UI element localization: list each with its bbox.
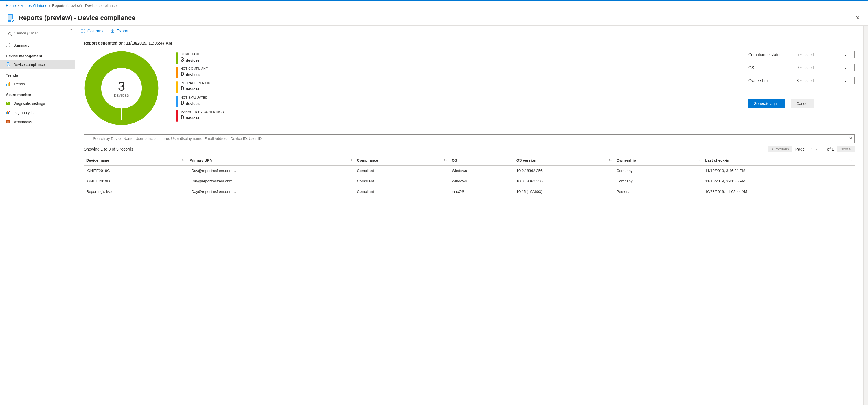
diagnostic-icon — [6, 101, 10, 105]
svg-rect-15 — [6, 111, 7, 114]
filter-label-ownership: Ownership — [748, 78, 789, 83]
select-value: 5 selected — [797, 52, 814, 57]
os-select[interactable]: 9 selected ⌄ — [794, 64, 855, 71]
sidebar-label: Log analytics — [13, 110, 35, 115]
vertical-scrollbar[interactable] — [863, 26, 868, 405]
cell-checkin: 11/10/2019, 3:46:31 PM — [703, 166, 855, 176]
legend-unit: devices — [186, 73, 199, 77]
breadcrumb-home[interactable]: Home — [6, 3, 16, 8]
sidebar-item-trends[interactable]: Trends — [0, 79, 75, 89]
cell-checkin: 11/10/2019, 3:41:35 PM — [703, 176, 855, 187]
generate-again-button[interactable]: Generate again — [748, 99, 785, 108]
sidebar-item-summary[interactable]: Summary — [0, 40, 75, 50]
cell-upn: LDay@reportmsftem.onm… — [187, 187, 354, 197]
chevron-down-icon: ⌄ — [844, 53, 847, 56]
svg-rect-12 — [8, 83, 9, 86]
previous-page-button[interactable]: < Previous — [768, 146, 793, 153]
columns-button[interactable]: Columns — [81, 29, 103, 33]
sort-icon[interactable]: ↑↓ — [349, 158, 352, 162]
sort-icon[interactable]: ↑↓ — [444, 158, 447, 162]
sidebar-label: Workbooks — [13, 120, 32, 124]
col-os-version[interactable]: OS version↑↓ — [514, 155, 614, 166]
page-select[interactable]: 1 ⌄ — [808, 146, 824, 153]
sort-icon[interactable]: ↑↓ — [849, 158, 852, 162]
svg-point-3 — [8, 32, 11, 35]
col-last-checkin[interactable]: Last check-in↑↓ — [703, 155, 855, 166]
device-compliance-icon — [6, 13, 15, 23]
legend-unit: devices — [186, 58, 199, 62]
table-search-input[interactable] — [84, 134, 855, 143]
table-row[interactable]: IGNITE2019CLDay@reportmsftem.onm…Complia… — [84, 166, 855, 176]
cell-os: Windows — [450, 176, 514, 187]
export-button[interactable]: Export — [110, 29, 128, 33]
cell-ownership: Personal — [614, 187, 703, 197]
legend-count: 0 — [181, 70, 184, 78]
cell-compliance: Compliant — [355, 166, 450, 176]
legend-count: 0 — [181, 99, 184, 107]
sidebar-search-input[interactable] — [6, 29, 69, 37]
legend-count: 0 — [181, 113, 184, 121]
legend-not-compliant: NOT COMPLIANT 0devices — [177, 67, 224, 78]
workbook-icon — [6, 120, 10, 124]
col-device-name[interactable]: Device name↑↓ — [84, 155, 187, 166]
legend-unit: devices — [186, 116, 199, 120]
legend-compliant: COMPLIANT 3devices — [177, 52, 224, 64]
columns-icon — [81, 29, 86, 33]
ownership-select[interactable]: 3 selected ⌄ — [794, 77, 855, 85]
svg-rect-9 — [7, 63, 9, 66]
sidebar-label: Trends — [13, 82, 25, 86]
sort-icon[interactable]: ↑↓ — [181, 158, 185, 162]
page-number: 1 — [811, 147, 813, 151]
main-content: Columns Export Report generated on: 11/1… — [75, 26, 863, 405]
filter-panel: Compliance status 5 selected ⌄ OS 9 sele… — [748, 50, 855, 108]
legend-label: NOT COMPLIANT — [181, 67, 208, 70]
sidebar-item-device-compliance[interactable]: Device compliance — [0, 60, 75, 69]
cell-device: IGNITE2019D — [84, 176, 187, 187]
table-row[interactable]: IGNITE2019DLDay@reportmsftem.onm…Complia… — [84, 176, 855, 187]
clear-search-button[interactable]: ✕ — [849, 136, 852, 140]
next-page-button[interactable]: Next > — [837, 146, 855, 153]
chart-legend: COMPLIANT 3devices NOT COMPLIANT 0device… — [177, 50, 224, 122]
cell-os: Windows — [450, 166, 514, 176]
legend-label: COMPLIANT — [181, 52, 200, 56]
legend-count: 0 — [181, 85, 184, 92]
page-label: Page — [795, 147, 805, 151]
cell-checkin: 10/28/2019, 11:02:44 AM — [703, 187, 855, 197]
table-row[interactable]: Reporting's MacLDay@reportmsftem.onm…Com… — [84, 187, 855, 197]
sort-icon[interactable]: ↑↓ — [609, 158, 612, 162]
close-button[interactable]: ✕ — [853, 13, 862, 22]
cell-os: macOS — [450, 187, 514, 197]
sidebar-item-log-analytics[interactable]: Log analytics — [0, 108, 75, 117]
cancel-button[interactable]: Cancel — [791, 99, 814, 108]
col-os[interactable]: OS — [450, 155, 514, 166]
collapse-sidebar-button[interactable]: « — [70, 27, 73, 32]
sort-icon[interactable]: ↑↓ — [697, 158, 701, 162]
sidebar-section-azure-monitor: Azure monitor — [0, 89, 75, 99]
sidebar-item-diagnostic-settings[interactable]: Diagnostic settings — [0, 99, 75, 108]
sidebar-label: Summary — [13, 43, 30, 47]
legend-configmgr: MANAGED BY CONFIGMGR 0devices — [177, 110, 224, 122]
report-timestamp: Report generated on: 11/18/2019, 11:06:4… — [84, 41, 855, 45]
breadcrumb-current: Reports (preview) - Device compliance — [52, 3, 117, 8]
cell-compliance: Compliant — [355, 176, 450, 187]
svg-rect-11 — [6, 84, 7, 86]
col-compliance[interactable]: Compliance↑↓ — [355, 155, 450, 166]
compliance-donut-chart: 3 DEVICES — [84, 50, 159, 126]
download-icon — [110, 29, 115, 33]
select-value: 9 selected — [797, 65, 814, 70]
col-primary-upn[interactable]: Primary UPN↑↓ — [187, 155, 354, 166]
chevron-down-icon: ⌄ — [815, 147, 818, 150]
chevron-down-icon: ⌄ — [844, 79, 847, 82]
sidebar-item-workbooks[interactable]: Workbooks — [0, 117, 75, 126]
cell-ownership: Company — [614, 166, 703, 176]
col-ownership[interactable]: Ownership↑↓ — [614, 155, 703, 166]
cell-device: IGNITE2019C — [84, 166, 187, 176]
legend-color-bar — [177, 52, 178, 64]
breadcrumb-intune[interactable]: Microsoft Intune — [21, 3, 48, 8]
cell-compliance: Compliant — [355, 187, 450, 197]
breadcrumb: Home › Microsoft Intune › Reports (previ… — [0, 1, 868, 10]
legend-label: NOT EVALUATED — [181, 96, 208, 99]
log-analytics-icon — [6, 110, 10, 115]
compliance-status-select[interactable]: 5 selected ⌄ — [794, 50, 855, 58]
legend-unit: devices — [186, 87, 199, 91]
